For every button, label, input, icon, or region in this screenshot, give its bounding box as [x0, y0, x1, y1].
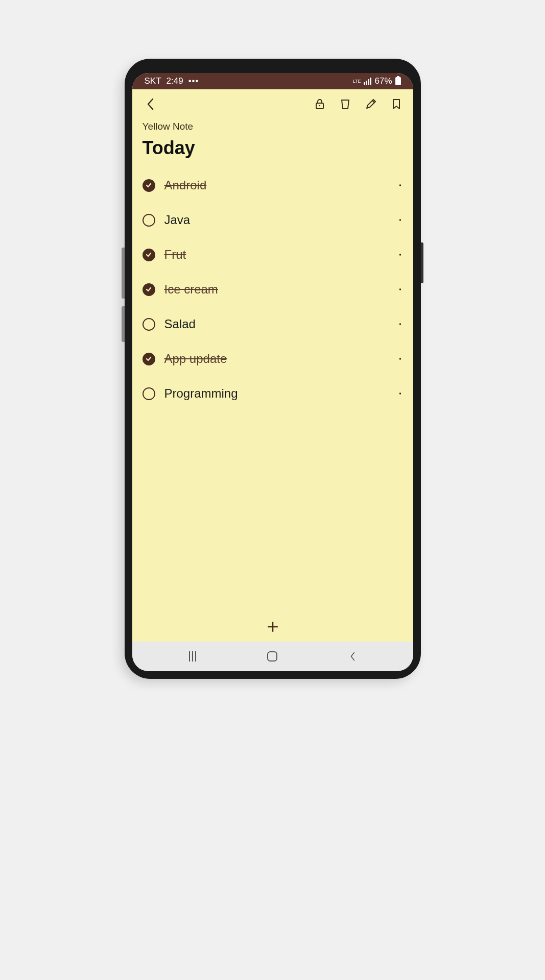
todo-checkbox[interactable] — [143, 318, 155, 331]
app-toolbar — [132, 89, 413, 117]
recents-button[interactable] — [185, 649, 200, 664]
todo-text: Android — [164, 178, 207, 192]
status-bar: SKT 2:49 ••• LTE 67% — [132, 73, 413, 89]
plus-icon: ＋ — [263, 616, 282, 635]
signal-icon — [364, 78, 371, 85]
note-title: Today — [143, 137, 403, 159]
note-category-label: Yellow Note — [143, 121, 403, 132]
add-bar: ＋ — [132, 611, 413, 642]
note-body: Yellow Note Today AndroidJavaFrutIce cre… — [132, 117, 413, 611]
battery-percent-label: 67% — [374, 76, 392, 86]
drag-handle-icon[interactable] — [399, 358, 401, 360]
carrier-label: SKT — [145, 76, 161, 86]
drag-handle-icon[interactable] — [399, 185, 401, 186]
network-type-label: LTE — [353, 79, 361, 84]
check-icon — [145, 355, 152, 362]
trash-icon — [339, 98, 351, 110]
todo-text: Salad — [164, 317, 196, 331]
power-button-physical — [421, 242, 423, 283]
check-icon — [145, 286, 152, 293]
check-icon — [145, 251, 152, 258]
todo-item[interactable]: Java — [143, 203, 403, 237]
todo-checkbox[interactable] — [143, 179, 155, 192]
status-left: SKT 2:49 ••• — [145, 76, 199, 86]
todo-item[interactable]: Android — [143, 168, 403, 203]
nav-back-button[interactable] — [345, 649, 360, 664]
pencil-icon — [365, 98, 377, 110]
lock-button[interactable] — [313, 97, 326, 111]
drag-handle-icon[interactable] — [399, 254, 401, 256]
chevron-left-icon — [349, 651, 356, 662]
add-item-button[interactable]: ＋ — [264, 617, 281, 634]
clock-label: 2:49 — [167, 76, 183, 86]
todo-item[interactable]: Ice cream — [143, 272, 403, 307]
svg-point-1 — [319, 105, 320, 106]
check-icon — [145, 182, 152, 189]
bookmark-button[interactable] — [390, 97, 403, 111]
screen: SKT 2:49 ••• LTE 67% — [132, 73, 413, 671]
todo-item[interactable]: App update — [143, 341, 403, 376]
chevron-left-icon — [147, 98, 154, 110]
drag-handle-icon[interactable] — [399, 219, 401, 221]
home-button[interactable] — [265, 649, 280, 664]
todo-text: Programming — [164, 386, 238, 401]
back-button[interactable] — [143, 96, 158, 112]
todo-text: Ice cream — [164, 282, 218, 297]
todo-text: Java — [164, 213, 191, 227]
todo-item[interactable]: Programming — [143, 376, 403, 411]
status-right: LTE 67% — [353, 76, 401, 86]
todo-list: AndroidJavaFrutIce creamSaladApp updateP… — [143, 168, 403, 411]
todo-checkbox[interactable] — [143, 214, 155, 227]
todo-text: App update — [164, 352, 227, 366]
home-icon — [267, 651, 277, 662]
todo-item[interactable]: Frut — [143, 237, 403, 272]
delete-button[interactable] — [339, 97, 352, 111]
bookmark-icon — [390, 98, 402, 110]
todo-checkbox[interactable] — [143, 353, 155, 365]
recents-icon — [189, 651, 196, 662]
phone-frame: SKT 2:49 ••• LTE 67% — [125, 59, 421, 679]
battery-icon — [395, 77, 401, 85]
todo-item[interactable]: Salad — [143, 307, 403, 341]
edit-button[interactable] — [364, 97, 377, 111]
android-nav-bar — [132, 642, 413, 671]
todo-checkbox[interactable] — [143, 283, 155, 296]
lock-icon — [314, 98, 326, 110]
todo-checkbox[interactable] — [143, 249, 155, 261]
drag-handle-icon[interactable] — [399, 393, 401, 395]
todo-text: Frut — [164, 248, 186, 262]
todo-checkbox[interactable] — [143, 387, 155, 400]
toolbar-actions — [313, 97, 403, 111]
drag-handle-icon[interactable] — [399, 289, 401, 290]
drag-handle-icon[interactable] — [399, 324, 401, 325]
notification-dots-icon: ••• — [188, 76, 199, 86]
